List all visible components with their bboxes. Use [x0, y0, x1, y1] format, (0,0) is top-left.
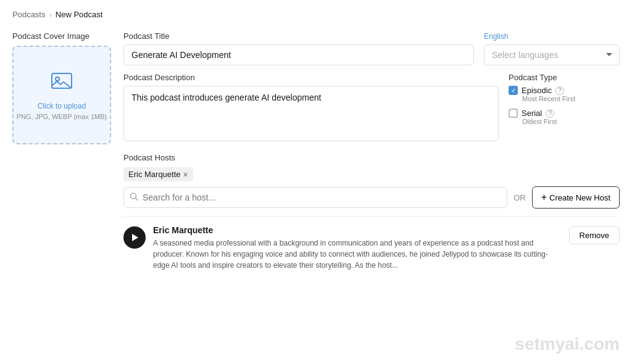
hosts-tags: Eric Marquette ×	[123, 167, 620, 181]
podcast-type-serial: Serial ? Oldest First	[509, 109, 620, 125]
play-button[interactable]	[123, 226, 146, 249]
image-icon	[51, 70, 73, 97]
serial-help-icon[interactable]: ?	[546, 109, 554, 118]
plus-icon: +	[541, 192, 547, 203]
host-search-wrapper	[123, 187, 507, 208]
cover-upload-box[interactable]: Click to upload PNG, JPG, WEBP (max 1MB)	[12, 46, 111, 144]
breadcrumb: Podcasts › New Podcast	[12, 10, 620, 19]
cover-label: Podcast Cover Image	[12, 31, 111, 41]
host-bio: A seasoned media professional with a bac…	[153, 238, 562, 271]
language-select[interactable]: Select languages English Spanish French	[484, 44, 620, 65]
breadcrumb-parent[interactable]: Podcasts	[12, 10, 45, 19]
upload-text: Click to upload	[38, 102, 86, 110]
episodic-checkbox[interactable]: ✓	[509, 86, 518, 95]
episodic-sublabel: Most Recent First	[522, 95, 620, 102]
title-label: Podcast Title	[123, 31, 474, 41]
breadcrumb-current: New Podcast	[56, 10, 103, 19]
podcast-title-input[interactable]	[123, 44, 474, 65]
create-host-label: Create New Host	[549, 193, 610, 202]
host-search-input[interactable]	[123, 187, 507, 208]
language-badge: English	[484, 32, 620, 41]
remove-host-button[interactable]: Remove	[569, 226, 620, 244]
description-label: Podcast Description	[123, 73, 499, 82]
podcast-type-label: Podcast Type	[509, 73, 620, 82]
or-label: OR	[514, 193, 526, 202]
create-host-button[interactable]: + Create New Host	[532, 186, 620, 209]
host-card-eric: Eric Marquette A seasoned media professi…	[123, 216, 620, 279]
watermark: setmyai.com	[515, 334, 620, 354]
episodic-help-icon[interactable]: ?	[555, 86, 564, 95]
serial-label: Serial	[522, 109, 542, 118]
svg-point-1	[56, 77, 59, 81]
host-tag-eric: Eric Marquette ×	[123, 167, 193, 181]
podcast-type-episodic: ✓ Episodic ? Most Recent First	[509, 86, 620, 102]
host-tag-name: Eric Marquette	[128, 170, 181, 179]
host-info: Eric Marquette A seasoned media professi…	[153, 225, 562, 271]
serial-sublabel: Oldest First	[522, 118, 620, 125]
podcast-description-input[interactable]: This podcast introduces generate AI deve…	[123, 86, 499, 141]
hosts-label: Podcast Hosts	[123, 153, 620, 162]
upload-hint: PNG, JPG, WEBP (max 1MB)	[17, 113, 107, 120]
serial-checkbox[interactable]	[509, 109, 518, 118]
host-name: Eric Marquette	[153, 225, 562, 235]
breadcrumb-separator: ›	[49, 10, 51, 19]
episodic-label: Episodic	[522, 86, 552, 95]
host-tag-remove[interactable]: ×	[183, 170, 188, 179]
search-icon	[130, 192, 138, 203]
